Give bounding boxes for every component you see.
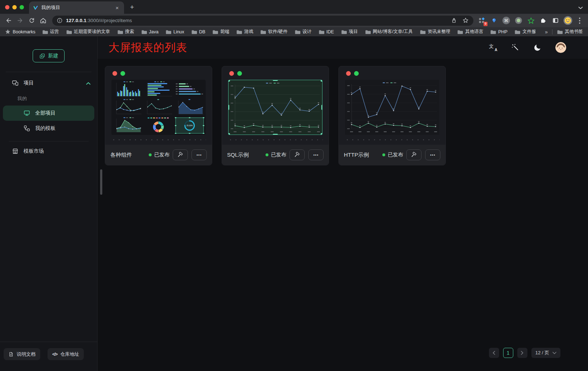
project-card[interactable]: HTTP示例 已发布 ••• [338,66,446,165]
more-button[interactable]: ••• [308,149,324,160]
status-label: 已发布 [388,152,403,158]
selection-handle[interactable] [321,105,322,110]
selection-handle[interactable] [273,80,278,81]
folder-icon [420,29,425,35]
docs-button[interactable]: 说明文档 [4,348,40,360]
bookmark-folder[interactable]: 近期需要读的文章 [66,29,110,35]
selection-handle[interactable] [228,133,230,135]
profile-emoji-icon[interactable] [563,16,572,25]
publish-status: 已发布 [382,152,403,158]
folder-icon [117,29,123,35]
other-bookmarks-folder[interactable]: 其他书签 [557,29,583,35]
zoom-window-button[interactable] [20,5,24,9]
bookmark-folder[interactable]: Java [141,29,159,35]
project-card[interactable]: SQL示例 已发布 ••• [222,66,329,165]
share-icon[interactable] [451,17,457,24]
project-thumbnail-selected [228,80,322,135]
extension-puzzle-icon[interactable] [539,16,548,25]
scrollbar-thumb[interactable] [100,169,102,195]
edit-hammer-button[interactable] [289,149,305,160]
prev-page-button[interactable] [489,348,499,358]
minimize-window-button[interactable] [12,5,17,9]
bookmark-folder[interactable]: DB [191,29,205,35]
sidebar-group-projects[interactable]: 项目 [3,75,94,91]
extension-grid-icon[interactable]: 9 [477,16,486,25]
bookmark-folder[interactable]: 设计 [295,29,312,35]
magic-wand-icon[interactable] [511,43,520,52]
bookmark-folder[interactable]: IDE [318,29,334,35]
language-icon[interactable]: 文 A [489,43,498,52]
storefront-icon [12,148,19,155]
tab-search-chevron-icon[interactable] [578,4,583,11]
bookmark-folder-label: 软件/硬件 [268,29,287,35]
edit-hammer-button[interactable] [173,149,188,160]
selection-handle[interactable] [321,80,322,82]
address-bar[interactable]: 127.0.0.1:3000/#/project/items [52,16,473,26]
current-page-button[interactable]: 1 [503,348,513,358]
more-button[interactable]: ••• [425,149,440,160]
bookmark-folder[interactable]: 网站/博客/文章/工具 [365,29,413,35]
forward-button[interactable] [15,15,25,26]
reload-button[interactable] [26,15,37,26]
repo-button[interactable]: </> 仓库地址 [48,348,84,360]
sidebar-item-template-market[interactable]: 模板市场 [3,144,94,159]
new-tab-button[interactable]: + [127,2,137,12]
new-project-button[interactable]: 新建 [33,49,65,62]
bookmark-star-icon[interactable] [462,17,469,24]
bookmark-folder[interactable]: PHP [490,29,507,35]
extension-sidepanel-icon[interactable] [551,16,560,25]
sidebar-menu: 项目 我的 全部项目 我的模板 模板市场 [0,72,97,159]
bookmark-folder[interactable]: 搜索 [117,29,134,35]
chevron-up-icon[interactable] [86,80,91,86]
red-dot [112,71,117,76]
extension-record-icon[interactable] [514,16,523,25]
mini-chart-bars [112,81,143,98]
next-page-button[interactable] [517,348,527,358]
bookmark-folder[interactable]: 文件服务器 [514,29,535,35]
project-cards: 25.00% 各种组件 已发布 ••• [98,59,588,165]
selection-handle[interactable] [321,133,322,135]
sidebar-item-all-projects[interactable]: 全部项目 [3,106,94,121]
bookmark-folder[interactable]: 前端 [212,29,229,35]
bookmark-folder[interactable]: 运营 [42,29,59,35]
home-button[interactable] [38,15,49,26]
edit-hammer-button[interactable] [406,149,422,160]
bookmark-folder[interactable]: 资讯未整理 [420,29,451,35]
bookmark-folder[interactable]: Linux [165,29,184,35]
site-info-icon[interactable] [57,17,63,24]
dotted-separator [111,139,206,140]
bookmark-folder-label: Linux [173,29,184,34]
page-size-select[interactable]: 12 / 页 [531,348,560,358]
dashboard-thumbnail: 25.00% [111,80,206,135]
hammer-icon [177,152,184,158]
selection-handle[interactable] [273,134,278,135]
template-market-label: 模板市场 [24,148,44,154]
bookmark-folder[interactable]: 其他语言 [457,29,483,35]
folder-icon [212,29,218,35]
mini-chart-line2 [112,98,143,116]
close-window-button[interactable] [5,5,9,9]
dark-mode-moon-icon[interactable] [533,43,542,52]
selection-handle[interactable] [228,105,229,110]
mini-chart-gauge: 25.00% [174,116,205,134]
monitor-icon [23,110,30,117]
extension-balloon-icon[interactable] [489,16,498,25]
bookmarks-manager[interactable]: Bookmarks [5,29,36,34]
back-button[interactable] [3,15,14,26]
extension-star-icon[interactable] [526,16,535,25]
selection-handle[interactable] [228,80,230,82]
bookmark-folder[interactable]: 软件/硬件 [260,29,287,35]
project-card[interactable]: 25.00% 各种组件 已发布 ••• [105,66,212,165]
browser-menu-icon[interactable] [576,16,584,25]
more-button[interactable]: ••• [192,149,207,160]
card-footer: HTTP示例 已发布 ••• [339,145,445,165]
user-avatar[interactable] [555,42,566,53]
extension-command-icon[interactable]: ⌘ [502,16,511,25]
tab-close-icon[interactable]: × [114,4,120,11]
bookmark-folder[interactable]: 游戏 [236,29,253,35]
sidebar-item-my-templates[interactable]: 我的模板 [3,121,94,136]
bookmarks-overflow-chevron[interactable]: » [545,29,548,35]
bookmark-folder[interactable]: 项目 [341,29,358,35]
browser-tab[interactable]: 我的项目 × [29,1,124,14]
status-label: 已发布 [154,152,169,158]
